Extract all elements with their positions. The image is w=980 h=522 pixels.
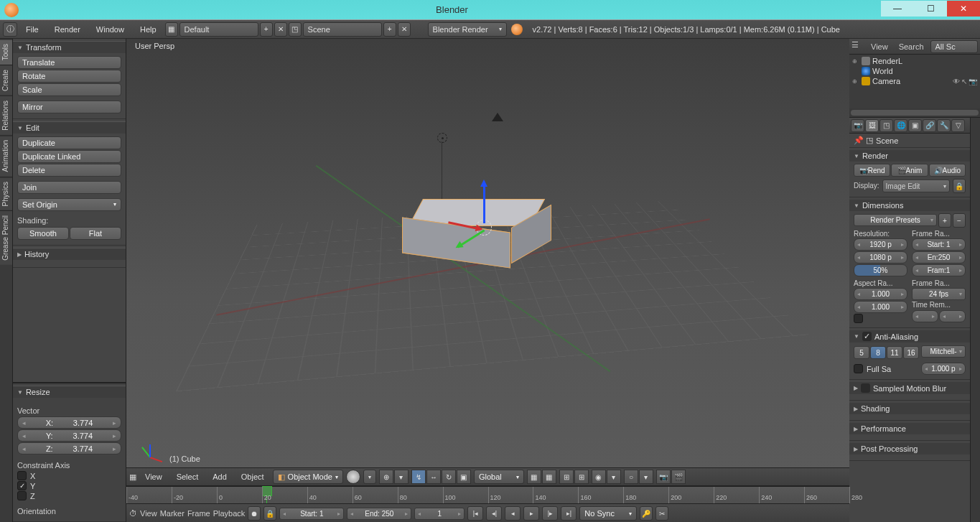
post-panel-header[interactable]: Post Processing bbox=[849, 443, 970, 455]
manipulator-toggle[interactable]: ↯ bbox=[411, 470, 426, 484]
resolution-x-field[interactable]: ◂1920 p▸ bbox=[854, 238, 907, 251]
end-frame-field[interactable]: ◂End: 250▸ bbox=[347, 508, 411, 520]
prop-tab-world[interactable]: 🌐 bbox=[894, 119, 907, 132]
manipulator-scale[interactable]: ▣ bbox=[457, 470, 471, 484]
vtab-tools[interactable]: Tools bbox=[0, 39, 12, 65]
panel-edit-header[interactable]: Edit bbox=[13, 121, 126, 134]
panel-history-header[interactable]: History bbox=[13, 248, 126, 260]
mirror-button[interactable]: Mirror bbox=[17, 101, 121, 113]
display-lock-button[interactable]: 🔒 bbox=[953, 179, 966, 193]
aa-5-button[interactable]: 5 bbox=[854, 346, 869, 359]
flat-button[interactable]: Flat bbox=[70, 227, 121, 240]
aa-8-button[interactable]: 8 bbox=[870, 346, 886, 359]
current-frame-field[interactable]: ◂1▸ bbox=[414, 508, 465, 520]
layers-button-2[interactable]: ▦ bbox=[542, 470, 556, 484]
join-button[interactable]: Join bbox=[17, 181, 121, 194]
frame-end-field[interactable]: ◂En:250▸ bbox=[912, 251, 966, 264]
selectable-icon[interactable]: ↖ bbox=[961, 78, 967, 85]
aspect-x-field[interactable]: ◂1.000▸ bbox=[854, 288, 907, 300]
keying-delete-icon[interactable]: ✂ bbox=[655, 506, 668, 521]
lock-button[interactable]: 🔒 bbox=[263, 506, 276, 521]
camera-object[interactable] bbox=[492, 111, 506, 121]
prop-tab-modifiers[interactable]: 🔧 bbox=[937, 119, 951, 132]
scene-remove-button[interactable]: ✕ bbox=[398, 22, 411, 37]
resize-z-field[interactable]: ◂Z:3.774▸ bbox=[17, 442, 121, 455]
timeline-menu-marker[interactable]: Marker bbox=[160, 509, 185, 518]
vtab-animation[interactable]: Animation bbox=[0, 135, 12, 176]
scene-icon[interactable]: ◳ bbox=[289, 22, 302, 37]
constraint-z-checkbox[interactable]: Z bbox=[17, 491, 121, 500]
visibility-icon[interactable]: 👁 bbox=[953, 78, 960, 85]
render-panel-header[interactable]: Render bbox=[849, 150, 970, 162]
menu-file[interactable]: File bbox=[19, 23, 46, 36]
outliner-menu-search[interactable]: Search bbox=[895, 41, 928, 52]
fps-combo[interactable]: 24 fps▾ bbox=[912, 288, 966, 300]
keyframe-prev-button[interactable]: ◂| bbox=[486, 506, 502, 521]
prop-tab-render[interactable]: 📷 bbox=[851, 119, 864, 132]
vtab-grease-pencil[interactable]: Grease Pencil bbox=[0, 210, 12, 265]
aa-11-button[interactable]: 11 bbox=[887, 346, 902, 359]
preset-remove-button[interactable]: − bbox=[953, 213, 966, 228]
render-anim-icon[interactable]: 🎬 bbox=[671, 470, 686, 484]
3dview-menu-object[interactable]: Object bbox=[235, 470, 270, 483]
start-frame-field[interactable]: ◂Start: 1▸ bbox=[279, 508, 344, 520]
render-preview-icon[interactable]: 📷 bbox=[656, 470, 671, 484]
proportional-edit[interactable]: ○ bbox=[624, 470, 638, 484]
renderable-icon[interactable]: 📷 bbox=[969, 78, 977, 85]
screen-layout-combo[interactable]: Default bbox=[179, 22, 258, 37]
resolution-y-field[interactable]: ◂1080 p▸ bbox=[854, 251, 907, 264]
border-checkbox[interactable] bbox=[854, 314, 907, 323]
3dview-menu-select[interactable]: Select bbox=[171, 470, 205, 483]
outliner-item-camera[interactable]: ⊕Camera👁↖📷 bbox=[851, 76, 979, 86]
editor-type-timeline-icon[interactable]: ⏱ bbox=[129, 509, 137, 518]
frame-step-field[interactable]: ◂Fram:1▸ bbox=[912, 264, 966, 276]
mode-combo[interactable]: ◧Object Mode▾ bbox=[273, 470, 343, 484]
menu-help[interactable]: Help bbox=[133, 23, 164, 36]
resize-x-field[interactable]: ◂X:3.774▸ bbox=[17, 416, 121, 429]
pivot-dropdown[interactable]: ▾ bbox=[394, 470, 409, 484]
manipulator-translate[interactable]: ↔ bbox=[426, 470, 441, 484]
3dview-menu-view[interactable]: View bbox=[139, 470, 168, 483]
snap-toggle[interactable]: ◉ bbox=[592, 470, 606, 484]
prop-tab-object[interactable]: ▣ bbox=[908, 119, 922, 132]
duplicate-button[interactable]: Duplicate bbox=[17, 136, 121, 149]
outliner-scrollbar[interactable] bbox=[851, 110, 979, 116]
timeline-menu-view[interactable]: View bbox=[140, 509, 157, 518]
transform-orientation-combo[interactable]: Global▾ bbox=[474, 470, 524, 484]
set-origin-combo[interactable]: Set Origin▾ bbox=[17, 198, 121, 211]
manipulator-rotate[interactable]: ↻ bbox=[442, 470, 456, 484]
proportional-falloff[interactable]: ▾ bbox=[639, 470, 653, 484]
layout-icon[interactable]: ▦ bbox=[165, 22, 178, 37]
layers-grid-1[interactable]: ⊞ bbox=[559, 470, 574, 484]
constraint-x-checkbox[interactable]: X bbox=[17, 471, 121, 480]
vtab-physics[interactable]: Physics bbox=[0, 177, 12, 210]
duplicate-linked-button[interactable]: Duplicate Linked bbox=[17, 150, 121, 163]
delete-button[interactable]: Delete bbox=[17, 164, 121, 177]
menu-window[interactable]: Window bbox=[89, 23, 131, 36]
properties-scrollbar[interactable] bbox=[970, 118, 980, 522]
editor-type-icon[interactable]: ⓘ bbox=[3, 22, 17, 37]
timeline-menu-playback[interactable]: Playback bbox=[213, 509, 246, 518]
dimensions-panel-header[interactable]: Dimensions bbox=[849, 200, 970, 211]
3d-viewport[interactable]: User Persp (1) Cube bbox=[126, 39, 849, 467]
time-old-field[interactable]: ◂▸ bbox=[912, 310, 938, 322]
aspect-y-field[interactable]: ◂1.000▸ bbox=[854, 301, 907, 313]
shading-panel-header[interactable]: Shading bbox=[849, 403, 970, 414]
layers-grid-2[interactable]: ⊞ bbox=[574, 470, 589, 484]
keying-set-icon[interactable]: 🔑 bbox=[640, 506, 653, 521]
render-engine-combo[interactable]: Blender Render▾ bbox=[428, 22, 507, 37]
rotate-button[interactable]: Rotate bbox=[17, 70, 121, 83]
preset-add-button[interactable]: + bbox=[938, 213, 951, 228]
keyframe-next-button[interactable]: |▸ bbox=[542, 506, 558, 521]
outliner-item-world[interactable]: World bbox=[851, 66, 979, 76]
prop-tab-scene[interactable]: ◳ bbox=[879, 119, 893, 132]
resolution-pct-field[interactable]: 50% bbox=[854, 264, 907, 276]
smooth-button[interactable]: Smooth bbox=[17, 227, 69, 240]
aa-16-button[interactable]: 16 bbox=[903, 346, 919, 359]
motionblur-panel-header[interactable]: Sampled Motion Blur bbox=[849, 382, 970, 394]
outliner-menu-view[interactable]: View bbox=[867, 41, 892, 52]
maximize-button[interactable]: ☐ bbox=[914, 1, 947, 17]
auto-keyframe-button[interactable]: ⏺ bbox=[248, 506, 261, 521]
vtab-create[interactable]: Create bbox=[0, 65, 12, 95]
aa-filter-combo[interactable]: Mitchell-▾ bbox=[921, 345, 966, 358]
